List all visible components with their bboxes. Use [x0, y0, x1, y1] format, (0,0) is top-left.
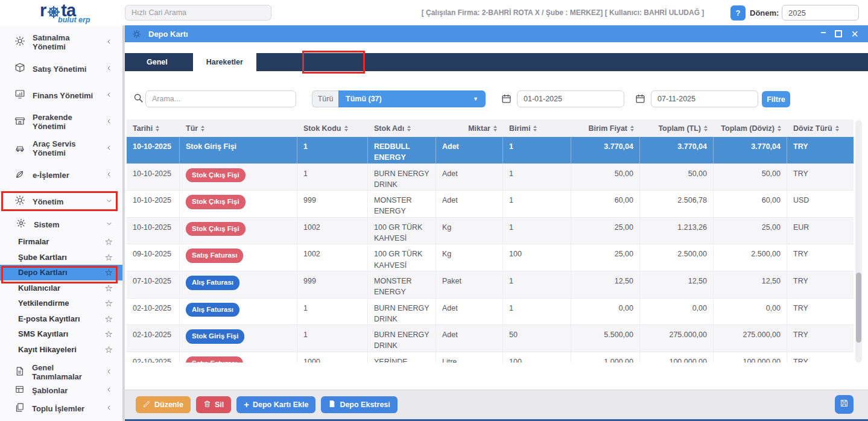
filter-button[interactable]: Filtre — [762, 91, 790, 107]
sidebar-link-1[interactable]: Şube Kartları☆ — [0, 250, 122, 265]
sort-icon[interactable] — [704, 125, 708, 131]
sidebar-link-6[interactable]: SMS Kayıtları☆ — [0, 326, 122, 342]
maximize-icon[interactable] — [835, 30, 842, 37]
movements-table-body: 10-10-2025Stok Giriş Fişi1REDBULL ENERGY… — [127, 137, 854, 362]
window-titlebar[interactable]: Depo Kartı – × — [125, 25, 868, 42]
column-header-toplam_tl[interactable]: Toplam (TL) — [640, 124, 714, 133]
table-scrollbar-thumb[interactable] — [856, 273, 861, 343]
column-header-stok_kodu[interactable]: Stok Kodu — [297, 124, 368, 133]
column-header-tur[interactable]: Tür — [180, 124, 297, 133]
cell-tarihi: 02-10-2025 — [127, 325, 180, 352]
sidebar-link-3[interactable]: Kullanıcılar☆ — [0, 280, 122, 296]
period-input[interactable] — [782, 5, 859, 21]
window-footer: Düzenle Sil + Depo Kartı Ekle Depo Ekstr… — [125, 390, 868, 419]
column-header-toplam_doviz[interactable]: Toplam (Döviz) — [714, 124, 787, 133]
depot-statement-button[interactable]: Depo Ekstresi — [321, 396, 397, 413]
table-row[interactable]: 09-10-2025Satış Faturası1002100 GR TÜRK … — [127, 244, 854, 271]
quick-search-input[interactable] — [125, 5, 271, 21]
table-row[interactable]: 02-10-2025Satış Faturası1000YERİNDE SERV… — [127, 352, 854, 362]
sidebar-item-satinalma-yonetimi[interactable]: Satınalma Yönetimi — [0, 29, 122, 55]
sidebar-item-sablonlar[interactable]: Şablonlar — [0, 381, 122, 399]
cell-birim_fiyat: 25,00 — [571, 244, 640, 271]
sidebar-link-5[interactable]: E-posta Kayıtları☆ — [0, 311, 122, 327]
sidebar-link-label: Kullanıcılar — [18, 283, 60, 293]
cell-stok_adi: 100 GR TÜRK KAHVESİ — [368, 218, 436, 244]
table-row[interactable]: 02-10-2025Alış Faturası1BURN ENERGY DRIN… — [127, 299, 854, 326]
table-row[interactable]: 10-10-2025Stok Giriş Fişi1REDBULL ENERGY… — [127, 137, 854, 164]
type-filter-label: Türü — [312, 90, 338, 107]
table-row[interactable]: 10-10-2025Stok Çıkış Fişi999MONSTER ENER… — [127, 191, 854, 218]
sort-icon[interactable] — [493, 125, 497, 131]
minimize-icon[interactable]: – — [820, 27, 826, 38]
cell-doviz_turu: USD — [787, 191, 854, 217]
sort-icon[interactable] — [407, 125, 411, 131]
sort-icon[interactable] — [533, 125, 537, 131]
favorite-star-icon[interactable]: ☆ — [105, 345, 113, 354]
system-gear-icon — [16, 218, 27, 231]
sidebar-link-4[interactable]: Yetkilendirme☆ — [0, 296, 122, 311]
cell-birim_fiyat: 0,00 — [571, 299, 640, 325]
cell-tarihi: 10-10-2025 — [127, 218, 180, 244]
column-header-doviz_turu[interactable]: Döviz Türü — [787, 124, 854, 133]
cell-miktar: Kg — [436, 218, 503, 244]
sort-icon[interactable] — [156, 125, 159, 131]
sidebar-item-satis-yonetimi[interactable]: Satış Yönetimi — [0, 55, 122, 82]
close-icon[interactable]: × — [851, 27, 858, 41]
column-header-birim_fiyat[interactable]: Birim Fiyat — [571, 124, 640, 133]
cell-tur: Alış Faturası — [180, 299, 297, 325]
chevron-left-icon — [106, 403, 113, 414]
movement-type-badge: Stok Çıkış Fişi — [186, 195, 246, 209]
sidebar-item-perakende-yonetimi[interactable]: Perakende Yönetimi — [0, 109, 122, 135]
table-row[interactable]: 10-10-2025Stok Çıkış Fişi1BURN ENERGY DR… — [127, 164, 854, 191]
table-row[interactable]: 02-10-2025Stok Giriş Fişi1BURN ENERGY DR… — [127, 325, 854, 352]
sidebar-item-e-islemler[interactable]: e-İşlemler — [0, 162, 122, 188]
add-depot-card-button[interactable]: + Depo Kartı Ekle — [236, 396, 315, 413]
sort-icon[interactable] — [201, 125, 204, 131]
date-from-input[interactable] — [517, 90, 624, 107]
sidebar-item-arac-servis-yonetimi[interactable]: Araç Servis Yönetimi — [0, 135, 122, 162]
sort-icon[interactable] — [835, 125, 839, 131]
tab-genel[interactable]: Genel — [137, 53, 177, 71]
column-header-tarihi[interactable]: Tarihi — [127, 124, 180, 133]
favorite-star-icon[interactable]: ☆ — [105, 253, 113, 262]
sidebar-link-label: E-posta Kayıtları — [18, 314, 80, 323]
cell-stok_adi: BURN ENERGY DRINK — [368, 299, 436, 325]
favorite-star-icon[interactable]: ☆ — [105, 283, 113, 293]
column-header-stok_adi[interactable]: Stok Adı — [368, 124, 436, 133]
sidebar-item-genel-tanimlamalar[interactable]: Genel Tanımlamalar — [0, 363, 122, 381]
favorite-star-icon[interactable]: ☆ — [105, 329, 113, 338]
sidebar-item-toplu-islemler[interactable]: Toplu İşlemler — [0, 399, 122, 417]
cell-tur: Stok Çıkış Fişi — [180, 191, 297, 217]
movement-type-badge: Stok Çıkış Fişi — [186, 222, 246, 236]
save-button[interactable] — [835, 395, 854, 414]
favorite-star-icon[interactable]: ☆ — [105, 268, 113, 277]
cell-birimi: 1 — [503, 137, 571, 163]
edit-button[interactable]: Düzenle — [136, 396, 191, 413]
favorite-star-icon[interactable]: ☆ — [105, 237, 113, 246]
movements-search-input[interactable] — [145, 90, 296, 107]
sidebar-link-2[interactable]: Depo Kartları☆ — [0, 265, 122, 280]
table-row[interactable]: 10-10-2025Stok Çıkış Fişi1002100 GR TÜRK… — [127, 218, 854, 245]
column-header-miktar[interactable]: Miktar — [436, 124, 503, 133]
type-filter-select[interactable]: Tümü (37) ▼ — [338, 90, 486, 107]
table-row[interactable]: 07-10-2025Alış Faturası999MONSTER ENERGY… — [127, 271, 854, 299]
sidebar-group-sistem[interactable]: Sistem — [0, 215, 122, 234]
date-to-input[interactable] — [651, 90, 758, 107]
favorite-star-icon[interactable]: ☆ — [105, 299, 113, 308]
cell-stok_kodu: 1 — [297, 137, 368, 163]
cell-birimi: 1 — [503, 191, 571, 217]
sort-icon[interactable] — [344, 125, 348, 131]
tab-hareketler[interactable]: Hareketler — [193, 53, 256, 71]
favorite-star-icon[interactable]: ☆ — [105, 314, 113, 323]
cell-doviz_turu: TRY — [787, 137, 854, 163]
cell-doviz_turu: EUR — [787, 218, 854, 244]
sidebar-link-0[interactable]: Firmalar☆ — [0, 234, 122, 250]
sort-icon[interactable] — [778, 125, 781, 131]
sidebar-item-finans-yonetimi[interactable]: Finans Yönetimi — [0, 82, 122, 109]
sidebar-item-yonetim[interactable]: Yönetim — [0, 188, 122, 215]
help-button[interactable]: ? — [730, 5, 746, 21]
sort-icon[interactable] — [630, 125, 634, 131]
column-header-birimi[interactable]: Birimi — [503, 124, 571, 133]
delete-button[interactable]: Sil — [196, 396, 231, 413]
sidebar-link-7[interactable]: Kayıt Hikayeleri☆ — [0, 342, 122, 358]
